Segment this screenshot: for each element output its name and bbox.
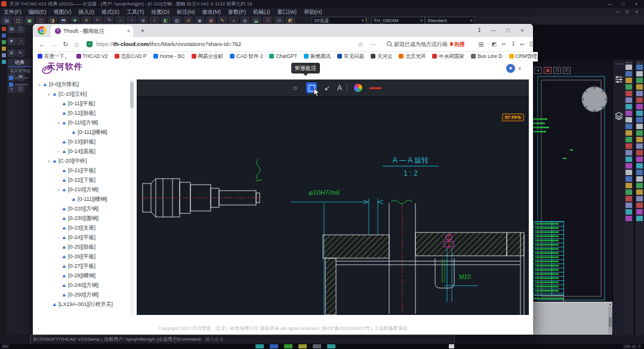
- cad-menu-item[interactable]: 参数(P): [224, 8, 249, 16]
- toolbar-icon[interactable]: [636, 183, 643, 188]
- toolbar-icon[interactable]: [636, 143, 643, 149]
- cad-toolbar-icon[interactable]: ▢: [14, 17, 23, 25]
- preview-icon[interactable]: ◳: [553, 67, 561, 74]
- toolbar-icon[interactable]: [625, 104, 632, 109]
- drag-handle[interactable]: [637, 62, 642, 63]
- tree-item[interactable]: ▲[0-25][肋板]: [33, 242, 137, 252]
- toolbar-icon[interactable]: [636, 104, 643, 109]
- address-url[interactable]: https://th-cloud.com/thcc/MarkAnnotation…: [96, 37, 241, 51]
- tree-item[interactable]: ∨▲[C-20][中框]: [33, 156, 137, 166]
- bookmarks-overflow-icon[interactable]: »: [530, 52, 533, 61]
- palette-tree-item[interactable]: [9, 82, 30, 87]
- toolbar-icon[interactable]: [625, 71, 632, 76]
- tree-item[interactable]: ▲[0-111][槽钢]: [33, 194, 137, 204]
- tree-item[interactable]: ▲[0-250][方钢]: [33, 290, 137, 299]
- home-icon[interactable]: ⌂: [71, 37, 82, 51]
- toolbar-icon[interactable]: [636, 111, 643, 116]
- tree-expander[interactable]: −: [56, 147, 61, 157]
- cad-menu-item[interactable]: 格式(S): [98, 8, 123, 16]
- toolbar-icon[interactable]: [636, 203, 643, 208]
- bookmark-item[interactable]: CAD 软件 2: [230, 52, 263, 61]
- tree-scrollbar-thumb[interactable]: [130, 82, 134, 108]
- palette-icon[interactable]: ✎: [17, 50, 24, 57]
- toolbar-icon[interactable]: [636, 216, 643, 221]
- toolbar-icon[interactable]: [636, 84, 643, 90]
- toolbar-icon[interactable]: [636, 137, 643, 142]
- bookmark-item[interactable]: CRM管理系: [509, 52, 538, 61]
- tree-item[interactable]: ▲[0-220][方钢]: [33, 204, 137, 213]
- strip-icon[interactable]: [2, 27, 6, 31]
- cad-window-control-button[interactable]: ×: [630, 0, 643, 8]
- cad-document-window-controls[interactable]: —⊡✕: [613, 8, 642, 16]
- forward-icon[interactable]: →: [48, 37, 59, 51]
- more-icon[interactable]: ⋯: [368, 37, 379, 51]
- tree-item[interactable]: ∨▲[0-110][方钢]: [33, 118, 137, 127]
- tree-item[interactable]: −▲[0-14][底板]: [33, 146, 137, 156]
- doc-window-control-button[interactable]: ✕: [632, 8, 642, 16]
- security-shield-icon[interactable]: ✓: [87, 41, 93, 47]
- doc-window-control-button[interactable]: —: [613, 8, 623, 16]
- toolbar-icon[interactable]: [625, 111, 632, 116]
- palette-icon[interactable]: ▤: [8, 26, 16, 33]
- toolbar-icon[interactable]: [636, 189, 643, 195]
- toolbar-icon[interactable]: [636, 170, 643, 175]
- tree-expander[interactable]: ∨: [46, 157, 52, 166]
- drawing-canvas[interactable]: ○ ↙ A 57 FPS: [137, 79, 529, 315]
- toolbar-icon[interactable]: [636, 124, 643, 129]
- scrollbar[interactable]: [608, 307, 612, 334]
- bookmark-item[interactable]: 百度一下。: [38, 52, 70, 61]
- tree-expander[interactable]: ∨: [46, 90, 52, 99]
- preview-icon[interactable]: ◰: [563, 67, 571, 74]
- preview-icon[interactable]: ▾: [534, 67, 542, 74]
- doc-window-control-button[interactable]: ⊡: [623, 8, 632, 16]
- user-avatar[interactable]: ●: [506, 64, 515, 73]
- strip-icon[interactable]: [2, 33, 6, 38]
- toolbar-icon[interactable]: [625, 203, 632, 208]
- toolbar-icon[interactable]: [636, 130, 643, 136]
- cad-menu-item[interactable]: 工具(T): [123, 8, 148, 16]
- toolbar-icon[interactable]: [636, 163, 643, 169]
- toolbar-icon[interactable]: [625, 150, 632, 155]
- tree-expander[interactable]: −: [56, 233, 61, 243]
- cad-window-control-button[interactable]: —: [603, 0, 617, 8]
- bookmark-star-icon[interactable]: ☆: [355, 37, 366, 51]
- tree-item[interactable]: ∨▲[0-0][升降机]: [33, 79, 137, 89]
- scrollbar-thumb[interactable]: [609, 317, 612, 327]
- tree-item[interactable]: ∨▲[C-10][立柱]: [33, 89, 137, 99]
- cad-menu-item[interactable]: 修改(M): [199, 8, 225, 16]
- toolbar-icon[interactable]: [636, 117, 643, 123]
- tree-item[interactable]: ▲[0-27][平板]: [33, 261, 137, 271]
- status-toggle-chip[interactable]: [327, 344, 335, 348]
- scroll-up-arrow[interactable]: ▲: [608, 302, 612, 307]
- toolbar-icon[interactable]: [625, 157, 632, 162]
- tree-item[interactable]: ▲[0-26][平板]: [33, 252, 137, 261]
- browser-tab[interactable]: T Thsoft - 圈阅批注 ×: [51, 25, 133, 37]
- tree-expander[interactable]: ∨: [36, 80, 42, 90]
- toolbar-icon[interactable]: [625, 183, 632, 188]
- tree-expander[interactable]: ∨: [56, 185, 61, 195]
- toolbar-icon[interactable]: [625, 97, 632, 103]
- tree-expander[interactable]: ∨: [56, 118, 61, 128]
- chrome-logo-icon[interactable]: [38, 26, 46, 35]
- toolbar-icon[interactable]: [625, 163, 632, 169]
- cad-menu-item[interactable]: 帮助(H): [300, 8, 326, 16]
- bookmark-item[interactable]: Home - BC: [153, 52, 185, 61]
- toolbar-icon[interactable]: [625, 196, 632, 201]
- browser-window-control-button[interactable]: □: [501, 24, 515, 37]
- command-prompt[interactable]: Command:键入命令: [178, 336, 224, 343]
- tree-item[interactable]: ▲[0-23][支座]: [33, 223, 137, 232]
- search-suggestion[interactable]: 新冠已成为地方流行病热搜: [387, 37, 465, 51]
- toolbar-icon[interactable]: [625, 176, 632, 182]
- status-toggle-chip[interactable]: [270, 344, 278, 348]
- cad-menu-item[interactable]: 编辑(E): [25, 8, 50, 16]
- tree-item[interactable]: ▲[0-240][方钢]: [33, 280, 137, 290]
- cad-menu-item[interactable]: 绘图(D): [148, 8, 174, 16]
- bookmark-item[interactable]: 网易企业邮: [192, 52, 224, 61]
- strip-icon[interactable]: [2, 47, 6, 51]
- toolbar-icon[interactable]: [636, 176, 643, 182]
- workspace-tab-classic[interactable]: 经典: [8, 59, 32, 67]
- bookmark-item[interactable]: 北京光环: [399, 52, 426, 61]
- chevron-down-icon[interactable]: ∨: [518, 64, 522, 73]
- toolbar-icon[interactable]: [625, 130, 632, 136]
- toolbar-icon[interactable]: [636, 97, 643, 103]
